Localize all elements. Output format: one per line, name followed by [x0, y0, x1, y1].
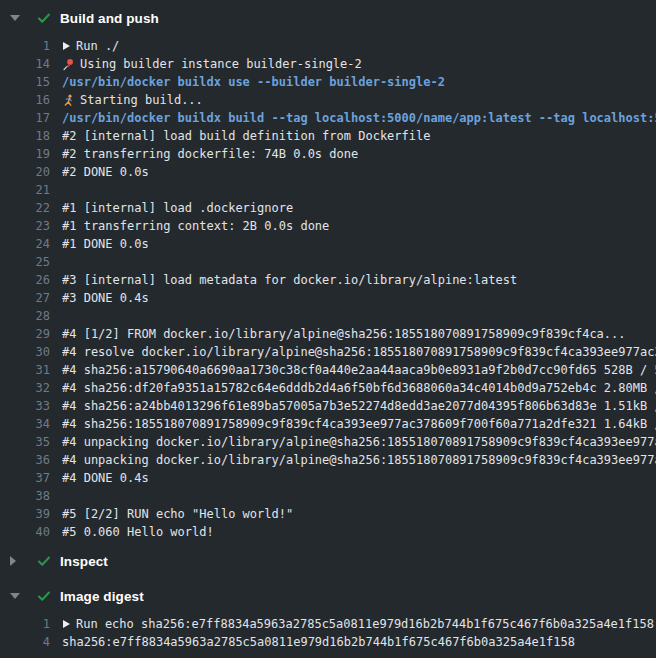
line-number[interactable]: 20 — [0, 163, 62, 181]
log-text: #4 resolve docker.io/library/alpine@sha2… — [62, 343, 656, 361]
line-number[interactable]: 1 — [0, 37, 62, 55]
log-text-value: /usr/bin/docker buildx use --builder bui… — [62, 73, 445, 91]
log-text: #3 DONE 0.4s — [62, 289, 656, 307]
log-line: 22#1 [internal] load .dockerignore — [0, 199, 656, 217]
workflow-log-viewer: Build and push1Run ./14Using builder ins… — [0, 0, 656, 658]
line-number[interactable]: 30 — [0, 343, 62, 361]
expand-play-icon[interactable] — [62, 42, 71, 50]
log-text: /usr/bin/docker buildx build --tag local… — [62, 109, 656, 127]
chevron-down-icon[interactable] — [10, 15, 36, 21]
line-number[interactable]: 24 — [0, 235, 62, 253]
line-number[interactable]: 1 — [0, 615, 62, 633]
log-line: 16Starting build... — [0, 91, 656, 109]
section-header-inspect[interactable]: Inspect — [0, 551, 656, 571]
log-line: 23#1 transferring context: 2B 0.0s done — [0, 217, 656, 235]
log-line: 32#4 sha256:df20fa9351a15782c64e6dddb2d4… — [0, 379, 656, 397]
log-text-value: Using builder instance builder-single-2 — [80, 55, 362, 73]
log-text-value: #4 unpacking docker.io/library/alpine@sh… — [62, 451, 656, 469]
log-text: #4 sha256:a15790640a6690aa1730c38cf0a440… — [62, 361, 656, 379]
line-number[interactable]: 27 — [0, 289, 62, 307]
log-text-value: #4 sha256:a15790640a6690aa1730c38cf0a440… — [62, 361, 656, 379]
log-text-value: /usr/bin/docker buildx build --tag local… — [62, 109, 656, 127]
log-lines-build-and-push: 1Run ./14Using builder instance builder-… — [0, 37, 656, 541]
log-text-value: Starting build... — [80, 91, 203, 109]
log-text-value: #1 transferring context: 2B 0.0s done — [62, 217, 329, 235]
log-line: 17/usr/bin/docker buildx build --tag loc… — [0, 109, 656, 127]
log-text-value: sha256:e7ff8834a5963a2785c5a0811e979d16b… — [62, 633, 575, 651]
log-text: #2 DONE 0.0s — [62, 163, 656, 181]
line-number[interactable]: 25 — [0, 253, 62, 271]
log-line: 34#4 sha256:185518070891758909c9f839cf4c… — [0, 415, 656, 433]
line-number[interactable]: 22 — [0, 199, 62, 217]
expand-play-icon[interactable] — [62, 620, 71, 628]
log-text: Starting build... — [62, 91, 656, 109]
log-line: 20#2 DONE 0.0s — [0, 163, 656, 181]
log-text-value: Run echo sha256:e7ff8834a5963a2785c5a081… — [76, 615, 654, 633]
log-line: 27#3 DONE 0.4s — [0, 289, 656, 307]
line-number[interactable]: 32 — [0, 379, 62, 397]
line-number[interactable]: 38 — [0, 487, 62, 505]
log-line: 24#1 DONE 0.0s — [0, 235, 656, 253]
success-check-icon — [36, 588, 60, 604]
log-text — [62, 181, 656, 199]
line-number[interactable]: 23 — [0, 217, 62, 235]
log-line: 1Run ./ — [0, 37, 656, 55]
log-text-value: #4 sha256:185518070891758909c9f839cf4ca3… — [62, 415, 656, 433]
log-text: #1 transferring context: 2B 0.0s done — [62, 217, 656, 235]
log-line: 40#5 0.060 Hello world! — [0, 523, 656, 541]
line-number[interactable]: 36 — [0, 451, 62, 469]
line-number[interactable]: 33 — [0, 397, 62, 415]
line-number[interactable]: 15 — [0, 73, 62, 91]
log-text-value: #4 sha256:a24bb4013296f61e89ba57005a7b3e… — [62, 397, 656, 415]
success-check-icon — [36, 10, 60, 26]
line-number[interactable]: 31 — [0, 361, 62, 379]
log-text-value: #2 [internal] load build definition from… — [62, 127, 430, 145]
line-number[interactable]: 37 — [0, 469, 62, 487]
log-text: #5 0.060 Hello world! — [62, 523, 656, 541]
log-text-value: #4 unpacking docker.io/library/alpine@sh… — [62, 433, 656, 451]
line-number[interactable]: 19 — [0, 145, 62, 163]
section-image-digest: Image digest1Run echo sha256:e7ff8834a59… — [0, 586, 656, 651]
log-text-value: #4 sha256:df20fa9351a15782c64e6dddb2d4a6… — [62, 379, 656, 397]
log-text-value: #2 DONE 0.0s — [62, 163, 149, 181]
log-text-value: Run ./ — [76, 37, 119, 55]
log-text: #4 unpacking docker.io/library/alpine@sh… — [62, 433, 656, 451]
line-number[interactable]: 26 — [0, 271, 62, 289]
section-header-image-digest[interactable]: Image digest — [0, 586, 656, 606]
log-text: /usr/bin/docker buildx use --builder bui… — [62, 73, 656, 91]
log-line: 25 — [0, 253, 656, 271]
line-number[interactable]: 14 — [0, 55, 62, 73]
line-number[interactable]: 16 — [0, 91, 62, 109]
log-text-value: #2 transferring dockerfile: 74B 0.0s don… — [62, 145, 358, 163]
line-number[interactable]: 35 — [0, 433, 62, 451]
log-line: 4sha256:e7ff8834a5963a2785c5a0811e979d16… — [0, 633, 656, 651]
section-header-build-and-push[interactable]: Build and push — [0, 8, 656, 28]
line-number[interactable]: 4 — [0, 633, 62, 651]
log-line: 31#4 sha256:a15790640a6690aa1730c38cf0a4… — [0, 361, 656, 379]
runner-icon — [62, 94, 75, 107]
log-text: Run echo sha256:e7ff8834a5963a2785c5a081… — [62, 615, 656, 633]
section-title: Inspect — [60, 554, 108, 569]
line-number[interactable]: 29 — [0, 325, 62, 343]
log-line: 33#4 sha256:a24bb4013296f61e89ba57005a7b… — [0, 397, 656, 415]
log-line: 15/usr/bin/docker buildx use --builder b… — [0, 73, 656, 91]
log-line: 26#3 [internal] load metadata for docker… — [0, 271, 656, 289]
chevron-right-icon[interactable] — [10, 556, 36, 566]
log-line: 18#2 [internal] load build definition fr… — [0, 127, 656, 145]
log-line: 19#2 transferring dockerfile: 74B 0.0s d… — [0, 145, 656, 163]
log-text: Run ./ — [62, 37, 656, 55]
line-number[interactable]: 21 — [0, 181, 62, 199]
line-number[interactable]: 40 — [0, 523, 62, 541]
log-text: #2 [internal] load build definition from… — [62, 127, 656, 145]
line-number[interactable]: 34 — [0, 415, 62, 433]
chevron-down-icon[interactable] — [10, 593, 36, 599]
log-line: 39#5 [2/2] RUN echo "Hello world!" — [0, 505, 656, 523]
line-number[interactable]: 39 — [0, 505, 62, 523]
log-text-value: #1 DONE 0.0s — [62, 235, 149, 253]
log-line: 36#4 unpacking docker.io/library/alpine@… — [0, 451, 656, 469]
line-number[interactable]: 17 — [0, 109, 62, 127]
section-build-and-push: Build and push1Run ./14Using builder ins… — [0, 8, 656, 541]
line-number[interactable]: 18 — [0, 127, 62, 145]
line-number[interactable]: 28 — [0, 307, 62, 325]
log-line: 1Run echo sha256:e7ff8834a5963a2785c5a08… — [0, 615, 656, 633]
